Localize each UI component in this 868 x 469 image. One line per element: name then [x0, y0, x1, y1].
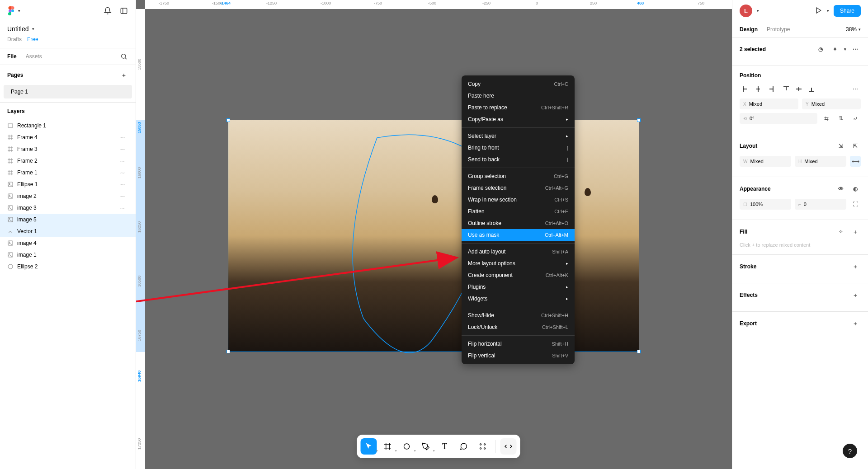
align-right-icon[interactable]	[765, 83, 777, 95]
more-align-icon[interactable]: ⋯	[850, 84, 861, 94]
context-menu[interactable]: CopyCtrl+CPaste herePaste to replaceCtrl…	[462, 75, 575, 364]
layer-item[interactable]: image 4	[0, 237, 136, 249]
hidden-icon[interactable]: ⁓	[120, 159, 128, 164]
panel-toggle-icon[interactable]	[119, 6, 128, 15]
hidden-icon[interactable]: ⁓	[120, 206, 128, 211]
menu-item[interactable]: Paste here	[462, 90, 575, 102]
avatar[interactable]: L	[740, 5, 752, 17]
rotate-icon[interactable]: ⤾	[850, 113, 861, 124]
menu-item[interactable]: Send to back[	[462, 154, 575, 165]
layer-item[interactable]: Frame 2 ⁓	[0, 155, 136, 167]
add-page-icon[interactable]: ＋	[119, 70, 128, 80]
menu-item[interactable]: Plugins▸	[462, 281, 575, 293]
layer-item[interactable]: Frame 4 ⁓	[0, 131, 136, 143]
menu-item[interactable]: Wrap in new sectionCtrl+S	[462, 194, 575, 206]
add-stroke-icon[interactable]: ＋	[850, 261, 861, 272]
layer-item[interactable]: Rectangle 1	[0, 120, 136, 131]
tab-assets[interactable]: Assets	[26, 53, 42, 60]
move-tool[interactable]: ▾	[361, 438, 377, 455]
align-bottom-icon[interactable]	[806, 83, 817, 95]
menu-item[interactable]: Frame selectionCtrl+Alt+G	[462, 182, 575, 194]
align-hcenter-icon[interactable]	[752, 83, 764, 95]
menu-item[interactable]: Create componentCtrl+Alt+K	[462, 269, 575, 281]
tab-file[interactable]: File	[7, 53, 17, 60]
opacity-field[interactable]: ☐100%	[740, 199, 791, 210]
dev-mode-tool[interactable]	[500, 438, 517, 455]
add-effect-icon[interactable]: ＋	[850, 290, 861, 300]
layer-item[interactable]: Vector 1	[0, 225, 136, 237]
menu-item[interactable]: Flip horizontalShift+H	[462, 338, 575, 350]
hidden-icon[interactable]: ⁓	[120, 135, 128, 140]
pen-tool[interactable]: ▾	[418, 438, 434, 455]
selection-colors-icon[interactable]: ◔	[815, 44, 826, 55]
menu-item[interactable]: Group selectionCtrl+G	[462, 170, 575, 182]
align-left-icon[interactable]	[740, 83, 751, 95]
menu-item[interactable]: CopyCtrl+C	[462, 78, 575, 90]
y-field[interactable]: YMixed	[802, 98, 861, 109]
page-item[interactable]: Page 1	[4, 85, 132, 98]
layer-item[interactable]: image 5	[0, 214, 136, 225]
flip-v-icon[interactable]: ⇅	[835, 113, 846, 124]
hidden-icon[interactable]: ⁓	[120, 170, 128, 175]
corner-field[interactable]: ⌐0	[795, 199, 846, 210]
chevron-down-icon[interactable]: ▾	[827, 9, 829, 13]
layer-item[interactable]: Ellipse 2	[0, 261, 136, 272]
menu-item[interactable]: Flip verticalShift+V	[462, 350, 575, 361]
align-vcenter-icon[interactable]	[793, 83, 805, 95]
layer-item[interactable]: image 3 ⁓	[0, 202, 136, 214]
autolayout-h-icon[interactable]: ⇲	[835, 141, 846, 151]
w-field[interactable]: WMixed	[740, 156, 791, 167]
styles-icon[interactable]: ⁘	[835, 226, 846, 237]
resize-handle[interactable]	[637, 350, 641, 353]
menu-item[interactable]: Bring to front]	[462, 142, 575, 154]
menu-item[interactable]: FlattenCtrl+E	[462, 206, 575, 217]
add-fill-icon[interactable]: ＋	[850, 226, 861, 237]
menu-item[interactable]: Add auto layoutShift+A	[462, 246, 575, 258]
chevron-down-icon[interactable]: ▾	[395, 449, 397, 453]
chevron-down-icon[interactable]: ▾	[757, 9, 759, 13]
breadcrumb-drafts[interactable]: Drafts	[7, 36, 22, 42]
menu-item[interactable]: Select layer▸	[462, 130, 575, 142]
visibility-icon[interactable]: 👁	[835, 183, 846, 194]
hidden-icon[interactable]: ⁓	[120, 194, 128, 199]
comment-tool[interactable]	[456, 438, 472, 455]
share-button[interactable]: Share	[834, 5, 861, 17]
resize-handle[interactable]	[226, 118, 230, 122]
resize-handle[interactable]	[226, 350, 230, 353]
tab-design[interactable]: Design	[740, 22, 758, 37]
constrain-icon[interactable]: ⟷	[850, 156, 861, 167]
layer-item[interactable]: image 1	[0, 249, 136, 261]
zoom-control[interactable]: 38% ▾	[846, 26, 861, 33]
chevron-down-icon[interactable]: ▾	[844, 47, 846, 52]
frame-tool[interactable]: ▾	[380, 438, 396, 455]
layer-item[interactable]: Ellipse 1 ⁓	[0, 178, 136, 190]
hidden-icon[interactable]: ⁓	[120, 182, 128, 187]
main-menu[interactable]: ▾	[7, 7, 20, 15]
add-export-icon[interactable]: ＋	[850, 318, 861, 329]
menu-item[interactable]: Show/HideCtrl+Shift+H	[462, 310, 575, 321]
text-tool[interactable]: T	[437, 438, 453, 455]
more-icon[interactable]: ⋯	[850, 44, 861, 55]
menu-item[interactable]: Outline strokeCtrl+Alt+O	[462, 217, 575, 229]
chevron-down-icon[interactable]: ▾	[414, 449, 416, 453]
search-icon[interactable]	[119, 52, 128, 61]
autolayout-v-icon[interactable]: ⇱	[850, 141, 861, 151]
canvas-content[interactable]: 1932 × 1087 CopyCtrl+CPaste herePaste to…	[145, 9, 732, 469]
independent-corners-icon[interactable]: ⛶	[850, 199, 861, 210]
chevron-down-icon[interactable]: ▾	[376, 449, 378, 453]
hidden-icon[interactable]: ⁓	[120, 147, 128, 152]
resize-handle[interactable]	[637, 118, 641, 122]
component-icon[interactable]: ✦	[830, 44, 840, 55]
menu-item[interactable]: Widgets▸	[462, 293, 575, 305]
selected-image[interactable]	[228, 120, 639, 352]
menu-item[interactable]: Copy/Paste as▸	[462, 113, 575, 125]
blend-icon[interactable]: ◐	[850, 183, 861, 194]
file-title-row[interactable]: Untitled ▾	[0, 22, 136, 36]
menu-item[interactable]: More layout options▸	[462, 258, 575, 269]
help-button[interactable]: ?	[843, 444, 857, 458]
layer-item[interactable]: Frame 1 ⁓	[0, 167, 136, 178]
rotation-field[interactable]: ⟲0°	[740, 113, 817, 124]
tab-prototype[interactable]: Prototype	[767, 22, 790, 37]
breadcrumb-free[interactable]: Free	[27, 36, 38, 42]
chevron-down-icon[interactable]: ▾	[433, 449, 435, 453]
